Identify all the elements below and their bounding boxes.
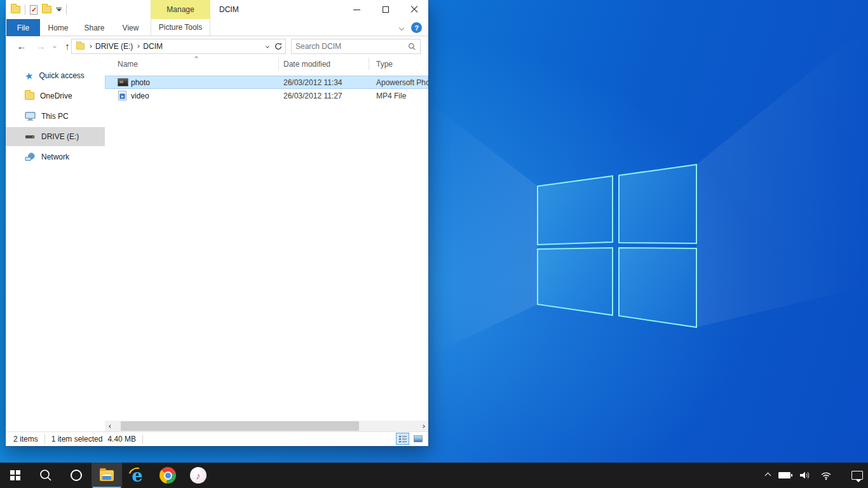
selection-count: 1 item selected bbox=[51, 435, 103, 444]
this-pc-monitor-icon bbox=[25, 112, 36, 121]
close-button[interactable] bbox=[400, 0, 428, 19]
sidebar-item-onedrive[interactable]: OneDrive bbox=[6, 86, 105, 105]
navigation-pane: ★ Quick access OneDrive This PC bbox=[6, 56, 105, 421]
taskbar-search-button[interactable] bbox=[31, 463, 61, 488]
status-bar: 2 items 1 item selected 4.40 MB bbox=[6, 431, 428, 446]
minimize-icon bbox=[353, 10, 360, 10]
cortana-button[interactable] bbox=[61, 463, 92, 488]
column-header-date-modified[interactable]: Date modified bbox=[283, 56, 330, 72]
qat-properties-icon[interactable] bbox=[30, 5, 37, 15]
system-tray bbox=[766, 463, 832, 488]
sidebar-item-label: Quick access bbox=[39, 71, 84, 80]
volume-icon[interactable] bbox=[799, 470, 811, 481]
mp4-file-icon bbox=[118, 91, 126, 100]
sidebar-item-drive-e[interactable]: DRIVE (E:) bbox=[6, 127, 105, 146]
expand-ribbon-icon[interactable] bbox=[399, 25, 404, 30]
quick-access-toolbar bbox=[11, 0, 67, 19]
taskbar-internet-explorer-button[interactable]: e bbox=[122, 463, 153, 488]
refresh-icon[interactable] bbox=[274, 42, 283, 51]
search-box[interactable] bbox=[291, 39, 421, 54]
wifi-icon[interactable] bbox=[820, 470, 832, 480]
internet-explorer-icon: e bbox=[128, 466, 146, 484]
recent-locations-icon[interactable] bbox=[48, 36, 62, 56]
horizontal-scrollbar[interactable] bbox=[105, 421, 428, 431]
sidebar-item-label: DRIVE (E:) bbox=[41, 132, 79, 141]
file-list-pane: Name Date modified Type photo 26/03/2012… bbox=[105, 56, 428, 421]
qat-folder-icon[interactable] bbox=[11, 6, 20, 13]
scroll-right-arrow[interactable] bbox=[417, 421, 428, 431]
qat-separator bbox=[25, 4, 25, 15]
qat-separator bbox=[66, 4, 67, 15]
breadcrumb-chevron-icon[interactable] bbox=[88, 44, 92, 48]
qat-customize-dropdown-icon[interactable] bbox=[56, 8, 62, 12]
network-icon bbox=[25, 152, 36, 161]
tab-picture-tools[interactable]: Picture Tools bbox=[151, 19, 210, 36]
column-separator[interactable] bbox=[369, 57, 369, 71]
close-icon bbox=[410, 6, 418, 13]
navigation-bar: ← → ↑ DRIVE (E:) DCIM bbox=[6, 36, 428, 56]
sidebar-item-this-pc[interactable]: This PC bbox=[6, 107, 105, 126]
breadcrumb-drive[interactable]: DRIVE (E:) bbox=[95, 42, 133, 51]
taskbar-itunes-button[interactable]: ♪ bbox=[183, 463, 214, 488]
title-bar[interactable]: Manage DCIM bbox=[6, 0, 428, 19]
file-name: video bbox=[131, 92, 149, 100]
taskbar-file-explorer-button[interactable] bbox=[92, 463, 122, 488]
file-type: MP4 File bbox=[376, 92, 406, 100]
tab-share[interactable]: Share bbox=[76, 19, 112, 36]
address-bar[interactable]: DRIVE (E:) DCIM bbox=[71, 39, 286, 54]
taskbar-chrome-button[interactable] bbox=[153, 463, 183, 488]
scrollbar-thumb[interactable] bbox=[121, 421, 359, 431]
cortana-circle-icon bbox=[69, 468, 83, 482]
help-icon[interactable]: ? bbox=[411, 22, 422, 33]
column-separator[interactable] bbox=[278, 57, 279, 71]
details-view-button[interactable] bbox=[396, 433, 409, 445]
tab-home[interactable]: Home bbox=[40, 19, 76, 36]
breadcrumb-dcim[interactable]: DCIM bbox=[143, 42, 163, 51]
search-icon bbox=[39, 468, 53, 482]
search-icon[interactable] bbox=[408, 43, 416, 51]
scroll-left-arrow[interactable] bbox=[105, 421, 116, 431]
tab-view[interactable]: View bbox=[112, 19, 149, 36]
file-explorer-icon bbox=[100, 470, 114, 481]
status-separator bbox=[142, 435, 143, 444]
start-button[interactable] bbox=[0, 463, 31, 488]
sidebar-item-quick-access[interactable]: ★ Quick access bbox=[6, 66, 105, 85]
photo-thumbnail-icon bbox=[118, 78, 128, 86]
search-input[interactable] bbox=[292, 42, 408, 51]
tab-file[interactable]: File bbox=[6, 19, 40, 36]
qat-new-folder-icon[interactable] bbox=[42, 6, 51, 13]
windows-logo-wallpaper bbox=[428, 0, 868, 463]
usb-drive-icon bbox=[25, 133, 36, 140]
column-headers: Name Date modified Type bbox=[105, 56, 428, 72]
sidebar-item-label: OneDrive bbox=[40, 92, 72, 100]
selection-size: 4.40 MB bbox=[107, 435, 136, 444]
maximize-icon bbox=[383, 6, 389, 13]
maximize-button[interactable] bbox=[371, 0, 400, 19]
hidden-icons-chevron-icon[interactable] bbox=[765, 472, 771, 478]
item-count: 2 items bbox=[13, 435, 38, 444]
battery-icon[interactable] bbox=[778, 472, 790, 478]
file-name: photo bbox=[131, 78, 150, 87]
action-center-icon bbox=[851, 471, 863, 480]
file-row-photo[interactable]: photo 26/03/2012 11:34 Apowersoft Pho bbox=[105, 76, 428, 89]
action-center-button[interactable] bbox=[851, 463, 863, 488]
window-title: DCIM bbox=[219, 0, 239, 19]
explorer-content: ★ Quick access OneDrive This PC bbox=[6, 56, 428, 421]
breadcrumb-chevron-icon[interactable] bbox=[137, 44, 140, 48]
column-header-type[interactable]: Type bbox=[376, 56, 393, 72]
file-date-modified: 26/03/2012 11:27 bbox=[283, 92, 342, 100]
large-icons-view-button[interactable] bbox=[411, 433, 424, 445]
contextual-tab-group-manage[interactable]: Manage bbox=[151, 0, 210, 19]
file-row-video[interactable]: video 26/03/2012 11:27 MP4 File bbox=[105, 89, 428, 102]
sidebar-item-network[interactable]: Network bbox=[6, 147, 105, 166]
sidebar-item-label: Network bbox=[41, 152, 69, 161]
back-button[interactable]: ← bbox=[15, 36, 29, 56]
onedrive-folder-icon bbox=[25, 92, 34, 100]
details-view-icon bbox=[399, 435, 407, 442]
forward-button[interactable]: → bbox=[34, 36, 48, 56]
address-dropdown-icon[interactable] bbox=[266, 44, 269, 48]
column-header-name[interactable]: Name bbox=[118, 56, 138, 72]
file-date-modified: 26/03/2012 11:34 bbox=[283, 78, 342, 87]
status-separator bbox=[44, 435, 45, 444]
minimize-button[interactable] bbox=[342, 0, 371, 19]
